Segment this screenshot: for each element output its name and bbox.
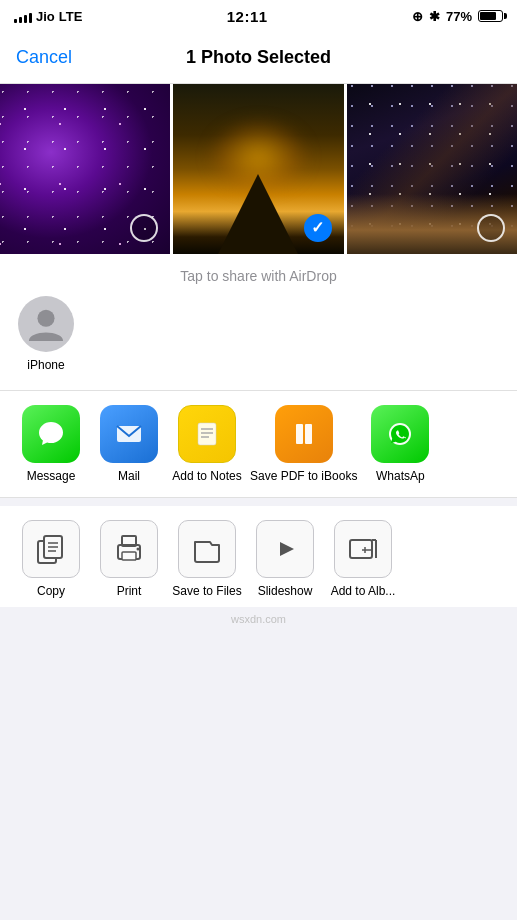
- notes-label: Add to Notes: [172, 469, 241, 483]
- add-album-icon: [346, 532, 380, 566]
- airdrop-hint: Tap to share with AirDrop: [0, 268, 517, 284]
- share-apps-scroll: Message Mail Add to Notes: [0, 405, 517, 483]
- action-print[interactable]: Print: [94, 520, 164, 598]
- svg-rect-2: [198, 423, 216, 445]
- messages-svg: [35, 418, 67, 450]
- svg-rect-7: [305, 424, 312, 444]
- notes-svg: [191, 418, 223, 450]
- svg-marker-18: [280, 542, 294, 556]
- signal-bar-1: [14, 19, 17, 23]
- carrier-label: Jio: [36, 9, 55, 24]
- add-album-label: Add to Alb...: [331, 584, 396, 598]
- photo-grid: ✓: [0, 84, 517, 254]
- svg-rect-6: [296, 424, 303, 444]
- svg-point-0: [37, 310, 54, 327]
- action-add-album[interactable]: Add to Alb...: [328, 520, 398, 598]
- bottom-actions-scroll: Copy Print Save to Files: [0, 520, 517, 598]
- whatsapp-svg: [384, 418, 416, 450]
- action-save-files[interactable]: Save to Files: [172, 520, 242, 598]
- messages-icon: [22, 405, 80, 463]
- airdrop-contacts: iPhone: [0, 296, 517, 382]
- status-left: Jio LTE: [14, 9, 82, 24]
- photo-item-1[interactable]: [0, 84, 170, 254]
- share-app-notes[interactable]: Add to Notes: [172, 405, 242, 483]
- ibooks-icon: [275, 405, 333, 463]
- share-app-ibooks[interactable]: Save PDF to iBooks: [250, 405, 357, 483]
- bluetooth-icon: ✱: [429, 9, 440, 24]
- checkmark-icon: ✓: [311, 220, 324, 236]
- mail-icon: [100, 405, 158, 463]
- svg-point-17: [137, 548, 140, 551]
- nav-bar: Cancel 1 Photo Selected: [0, 32, 517, 84]
- signal-bar-3: [24, 15, 27, 23]
- contact-name-iphone: iPhone: [27, 358, 64, 372]
- copy-label: Copy: [37, 584, 65, 598]
- selection-circle-3[interactable]: [477, 214, 505, 242]
- slideshow-icon-box: [256, 520, 314, 578]
- share-app-messages[interactable]: Message: [16, 405, 86, 483]
- status-right: ⊕ ✱ 77%: [412, 9, 503, 24]
- battery-icon: [478, 10, 503, 22]
- notes-icon: [178, 405, 236, 463]
- airdrop-section: Tap to share with AirDrop iPhone: [0, 254, 517, 391]
- status-time: 12:11: [227, 8, 268, 25]
- ibooks-label: Save PDF to iBooks: [250, 469, 357, 483]
- page-title: 1 Photo Selected: [186, 47, 331, 68]
- share-app-whatsapp[interactable]: WhatsAp: [365, 405, 435, 483]
- mountain-silhouette: [218, 174, 298, 254]
- print-icon-box: [100, 520, 158, 578]
- whatsapp-icon: [371, 405, 429, 463]
- photo-item-3[interactable]: [347, 84, 517, 254]
- print-label: Print: [117, 584, 142, 598]
- share-apps-section: Message Mail Add to Notes: [0, 391, 517, 498]
- watermark: wsxdn.com: [0, 607, 517, 629]
- bottom-actions: Copy Print Save to Files: [0, 506, 517, 606]
- battery-percent: 77%: [446, 9, 472, 24]
- copy-icon-box: [22, 520, 80, 578]
- network-label: LTE: [59, 9, 83, 24]
- cancel-button[interactable]: Cancel: [16, 47, 72, 68]
- slideshow-label: Slideshow: [258, 584, 313, 598]
- signal-bars: [14, 9, 32, 23]
- airdrop-contact-iphone[interactable]: iPhone: [16, 296, 76, 372]
- svg-rect-16: [122, 552, 136, 560]
- whatsapp-label: WhatsAp: [376, 469, 425, 483]
- status-bar: Jio LTE 12:11 ⊕ ✱ 77%: [0, 0, 517, 32]
- copy-icon: [34, 532, 68, 566]
- svg-rect-19: [350, 540, 372, 558]
- photo-item-2[interactable]: ✓: [173, 84, 343, 254]
- person-icon: [27, 305, 65, 343]
- mail-label: Mail: [118, 469, 140, 483]
- avatar: [18, 296, 74, 352]
- action-slideshow[interactable]: Slideshow: [250, 520, 320, 598]
- ibooks-svg: [288, 418, 320, 450]
- share-app-mail[interactable]: Mail: [94, 405, 164, 483]
- save-files-icon: [190, 532, 224, 566]
- signal-bar-2: [19, 17, 22, 23]
- signal-bar-4: [29, 13, 32, 23]
- action-copy[interactable]: Copy: [16, 520, 86, 598]
- battery-fill: [480, 12, 496, 20]
- mail-svg: [113, 418, 145, 450]
- slideshow-icon: [268, 532, 302, 566]
- location-icon: ⊕: [412, 9, 423, 24]
- messages-label: Message: [27, 469, 76, 483]
- save-files-icon-box: [178, 520, 236, 578]
- print-icon: [112, 532, 146, 566]
- save-files-label: Save to Files: [172, 584, 241, 598]
- add-album-icon-box: [334, 520, 392, 578]
- selection-circle-2[interactable]: ✓: [304, 214, 332, 242]
